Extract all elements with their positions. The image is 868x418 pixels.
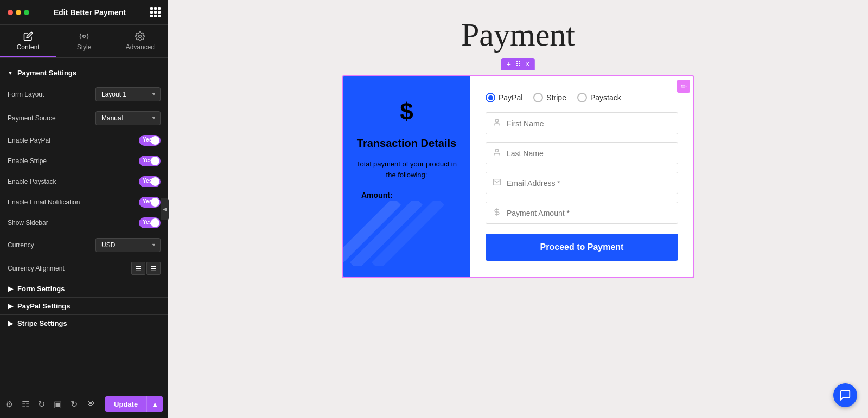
tl-yellow[interactable] (16, 10, 21, 15)
decorative-stripes (343, 201, 470, 266)
enable-paypal-row: Enable PayPal Yes (0, 130, 168, 151)
paypal-settings-header[interactable]: ▶ PayPal Settings (0, 297, 168, 314)
update-wrapper: Update ▲ (105, 396, 163, 412)
widget-left-panel: $ Transaction Details Total payment of y… (343, 76, 470, 277)
radio-stripe[interactable]: Stripe (533, 93, 566, 102)
transaction-desc: Total payment of your product in the fol… (354, 159, 459, 180)
first-name-input[interactable] (507, 119, 671, 128)
stripe-settings-arrow: ▶ (8, 319, 13, 327)
radio-paypal-label: PayPal (499, 93, 522, 102)
show-sidebar-row: Show Sidebar Yes (0, 213, 168, 233)
tab-advanced[interactable]: Advanced (112, 25, 168, 57)
sidebar-tabs: Content Style Advanced (0, 25, 168, 58)
dollar-icon (493, 208, 501, 218)
form-settings-label: Form Settings (17, 285, 65, 293)
widget-drag-btn[interactable]: ⠿ (515, 60, 521, 68)
enable-paystack-row: Enable Paystack Yes (0, 171, 168, 192)
email-icon (493, 178, 501, 188)
payment-source-select[interactable]: Manual Automatic (95, 111, 161, 125)
paypal-settings-arrow: ▶ (8, 302, 13, 310)
amount-label: Amount: (354, 191, 393, 200)
chat-bubble[interactable] (833, 383, 857, 407)
payment-settings-header[interactable]: ▼ Payment Settings (0, 66, 168, 82)
first-name-icon (493, 118, 501, 128)
paypal-settings-label: PayPal Settings (17, 302, 71, 310)
collapse-handle[interactable]: ◀ (161, 198, 169, 220)
grid-icon[interactable] (150, 7, 161, 17)
radio-paystack-label: Paystack (590, 93, 621, 102)
enable-stripe-toggle[interactable]: Yes (139, 156, 161, 166)
tab-content-label: Content (17, 43, 40, 51)
show-sidebar-toggle[interactable]: Yes (139, 217, 161, 228)
radio-paystack-circle (577, 93, 587, 102)
tl-red[interactable] (8, 10, 13, 15)
proceed-to-payment-button[interactable]: Proceed to Payment (486, 234, 678, 261)
sidebar-content: ▼ Payment Settings Form Layout Layout 1 … (0, 58, 168, 390)
widget-toolbar: + ⠿ × (501, 58, 535, 70)
traffic-lights (8, 10, 29, 15)
enable-stripe-row: Enable Stripe Yes (0, 151, 168, 171)
last-name-input[interactable] (507, 149, 671, 158)
align-right-btn[interactable]: ☰ (146, 262, 161, 275)
last-name-field (486, 142, 678, 164)
currency-alignment-row: Currency Alignment ☰ ☰ (0, 257, 168, 280)
currency-select-wrapper: USD EUR GBP (95, 238, 161, 252)
tab-content[interactable]: Content (0, 25, 56, 57)
currency-alignment-label: Currency Alignment (8, 265, 65, 272)
tl-green[interactable] (24, 10, 29, 15)
widget-wrapper: + ⠿ × ✏ $ Transaction Details Total paym… (342, 75, 694, 278)
sidebar-footer: ⚙ ☶ ↻ ▣ ↻ 👁 Update ▲ (0, 390, 168, 418)
radio-paystack[interactable]: Paystack (577, 93, 621, 102)
payment-source-row: Payment Source Manual Automatic (0, 106, 168, 130)
tab-style-label: Style (77, 43, 92, 51)
enable-paypal-label: Enable PayPal (8, 137, 50, 144)
transaction-title: Transaction Details (357, 136, 456, 150)
svg-point-5 (495, 119, 498, 122)
enable-paypal-toggle[interactable]: Yes (139, 135, 161, 146)
payment-amount-input[interactable] (507, 209, 671, 217)
currency-select[interactable]: USD EUR GBP (95, 238, 161, 252)
radio-paypal[interactable]: PayPal (486, 93, 522, 102)
align-buttons: ☰ ☰ (131, 262, 161, 275)
payment-options: PayPal Stripe Paystack (486, 93, 678, 102)
stripe-settings-label: Stripe Settings (17, 319, 67, 327)
widget-close-btn[interactable]: × (525, 60, 529, 68)
tab-style[interactable]: Style (56, 25, 112, 57)
responsive-icon[interactable]: ▣ (54, 399, 62, 409)
payment-source-select-wrapper: Manual Automatic (95, 111, 161, 125)
svg-point-0 (83, 35, 86, 38)
svg-point-6 (495, 149, 498, 152)
currency-row: Currency USD EUR GBP (0, 233, 168, 257)
update-chevron-button[interactable]: ▲ (146, 396, 163, 412)
payment-source-label: Payment Source (8, 114, 56, 122)
page-title: Payment (461, 16, 575, 54)
enable-email-notification-toggle[interactable]: Yes (139, 197, 161, 208)
widget-add-btn[interactable]: + (507, 60, 511, 68)
form-layout-select[interactable]: Layout 1 Layout 2 (95, 87, 161, 101)
email-input[interactable] (507, 179, 671, 188)
svg-point-1 (139, 35, 142, 38)
align-left-btn[interactable]: ☰ (131, 262, 145, 275)
form-layout-select-wrapper: Layout 1 Layout 2 (95, 87, 161, 101)
radio-stripe-circle (533, 93, 543, 102)
tab-advanced-label: Advanced (126, 43, 155, 51)
email-field (486, 172, 678, 194)
enable-paystack-label: Enable Paystack (8, 178, 56, 185)
update-button[interactable]: Update (105, 396, 146, 412)
layers-icon[interactable]: ☶ (22, 399, 29, 409)
widget-edit-btn[interactable]: ✏ (677, 80, 690, 93)
history-icon[interactable]: ↻ (38, 399, 45, 409)
settings-icon[interactable]: ⚙ (5, 399, 13, 409)
sidebar-header: Edit Better Payment (0, 0, 168, 25)
currency-label: Currency (8, 241, 34, 249)
form-settings-header[interactable]: ▶ Form Settings (0, 280, 168, 297)
stripe-settings-header[interactable]: ▶ Stripe Settings (0, 314, 168, 332)
enable-email-notification-label: Enable Email Notification (8, 198, 80, 206)
payment-settings-label: Payment Settings (17, 69, 76, 77)
radio-paypal-circle (486, 93, 495, 102)
enable-paystack-toggle[interactable]: Yes (139, 176, 161, 187)
refresh-icon[interactable]: ↻ (71, 399, 78, 409)
eye-icon[interactable]: 👁 (86, 399, 95, 409)
payment-settings-arrow: ▼ (8, 70, 13, 76)
widget-right-panel: PayPal Stripe Paystack (470, 76, 693, 277)
